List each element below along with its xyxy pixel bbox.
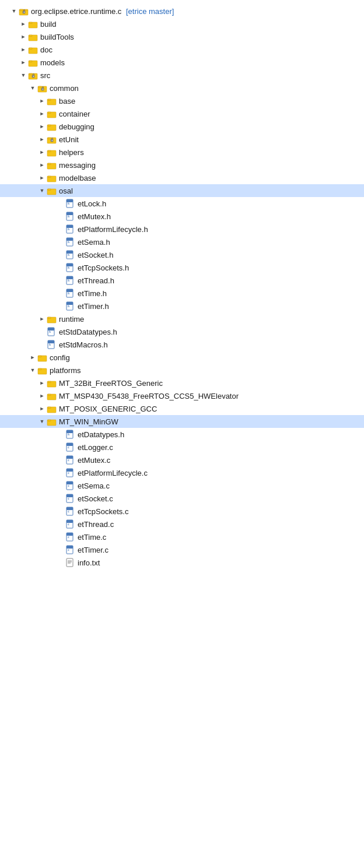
label-etstdmacros-h: etStdMacros.h bbox=[59, 340, 362, 349]
expand-modelbase[interactable]: ► bbox=[37, 173, 47, 182]
tree-item-mtmsp430[interactable]: ► MT_MSP430_F5438_FreeRTOS_CCS5_HWElevat… bbox=[0, 389, 364, 402]
expand-mtposix[interactable]: ► bbox=[37, 404, 47, 413]
expand-common[interactable]: ▼ bbox=[28, 83, 37, 93]
expand-mt32bit[interactable]: ► bbox=[37, 378, 47, 388]
tree-item-src[interactable]: ▼ src bbox=[0, 69, 364, 82]
file-c-icon-ettimer: c bbox=[65, 545, 76, 554]
expand-etunit[interactable]: ► bbox=[37, 135, 47, 144]
tree-item-etsocket-h[interactable]: h etSocket.h bbox=[0, 248, 364, 261]
tree-item-etunit[interactable]: ► etUnit bbox=[0, 133, 364, 146]
expand-mtwin[interactable]: ▼ bbox=[37, 417, 47, 426]
tree-item-config[interactable]: ► config bbox=[0, 351, 364, 364]
tree-item-etthread-c[interactable]: c etThread.c bbox=[0, 518, 364, 530]
expand-build[interactable]: ► bbox=[19, 19, 28, 29]
tree-item-doc[interactable]: ► doc bbox=[0, 43, 364, 56]
label-ettcpsockets-h: etTcpSockets.h bbox=[78, 263, 362, 272]
expand-messaging[interactable]: ► bbox=[37, 160, 47, 170]
tree-item-mtposix[interactable]: ► MT_POSIX_GENERIC_GCC bbox=[0, 402, 364, 415]
folder-icon-mtwin bbox=[47, 417, 57, 426]
expand-buildtools[interactable]: ► bbox=[19, 32, 28, 41]
tree-item-etsema-h[interactable]: h etSema.h bbox=[0, 236, 364, 248]
expand-mtmsp430[interactable]: ► bbox=[37, 391, 47, 400]
tree-item-buildtools[interactable]: ► buildTools bbox=[0, 30, 364, 43]
expand-config[interactable]: ► bbox=[28, 353, 37, 362]
label-mtmsp430: MT_MSP430_F5438_FreeRTOS_CCS5_HWElevator bbox=[59, 392, 362, 400]
label-runtime: runtime bbox=[59, 315, 362, 324]
tree-item-etsocket-c[interactable]: c etSocket.c bbox=[0, 492, 364, 505]
tree-item-etlogger-c[interactable]: c etLogger.c bbox=[0, 441, 364, 454]
tree-item-build[interactable]: ► build bbox=[0, 17, 364, 30]
tree-item-container[interactable]: ► container bbox=[0, 107, 364, 120]
tree-item-models[interactable]: ► models bbox=[0, 56, 364, 69]
tree-item-etdatatypes-h[interactable]: h etDatatypes.h bbox=[0, 428, 364, 441]
tree-item-ettimer-h[interactable]: h etTimer.h bbox=[0, 300, 364, 312]
folder-icon-container bbox=[47, 109, 57, 118]
folder-icon-modelbase bbox=[47, 173, 57, 182]
tree-item-mtwin[interactable]: ▼ MT_WIN_MinGW bbox=[0, 415, 364, 428]
tree-item-etlock-h[interactable]: h etLock.h bbox=[0, 197, 364, 210]
tree-item-etmutex-c[interactable]: c etMutex.c bbox=[0, 454, 364, 466]
file-h-icon-etsema: h bbox=[65, 237, 76, 247]
tree-item-etthread-h[interactable]: h etThread.h bbox=[0, 274, 364, 287]
expand-helpers[interactable]: ► bbox=[37, 147, 47, 157]
tree-item-etstdmacros-h[interactable]: h etStdMacros.h bbox=[0, 338, 364, 351]
svg-text:h: h bbox=[68, 279, 69, 282]
label-etsocket-h: etSocket.h bbox=[78, 251, 362, 259]
expand-root[interactable]: ▼ bbox=[9, 6, 19, 16]
tree-item-ettcpsockets-c[interactable]: c etTcpSockets.c bbox=[0, 505, 364, 518]
tree-item-ettimer-c[interactable]: c etTimer.c bbox=[0, 543, 364, 556]
svg-text:c: c bbox=[68, 509, 69, 513]
label-mt32bit: MT_32Bit_FreeRTOS_Generic bbox=[59, 379, 362, 388]
tree-item-mt32bit[interactable]: ► MT_32Bit_FreeRTOS_Generic bbox=[0, 377, 364, 389]
tree-item-debugging[interactable]: ► debugging bbox=[0, 120, 364, 133]
svg-rect-9 bbox=[29, 48, 32, 50]
folder-icon-messaging bbox=[47, 160, 57, 170]
tree-item-osal[interactable]: ▼ osal bbox=[0, 184, 364, 197]
folder-icon-mtposix bbox=[47, 404, 57, 413]
svg-rect-74 bbox=[38, 356, 41, 357]
tree-item-infotxt[interactable]: info.txt bbox=[0, 556, 364, 569]
expand-base[interactable]: ► bbox=[37, 96, 47, 106]
expand-osal[interactable]: ▼ bbox=[37, 186, 47, 195]
folder-icon-platforms bbox=[37, 366, 48, 375]
svg-text:h: h bbox=[68, 433, 69, 436]
tree-item-root[interactable]: ▼ org.eclipse.etrice.runtime.c [etrice m… bbox=[0, 5, 364, 17]
tree-item-etstddatatypes-h[interactable]: h etStdDatatypes.h bbox=[0, 325, 364, 338]
expand-models[interactable]: ► bbox=[19, 58, 28, 67]
expand-src[interactable]: ▼ bbox=[19, 71, 28, 80]
tree-item-common[interactable]: ▼ common bbox=[0, 82, 364, 94]
folder-icon-osal bbox=[47, 186, 57, 195]
tree-item-base[interactable]: ► base bbox=[0, 94, 364, 107]
svg-rect-27 bbox=[48, 138, 51, 139]
svg-rect-21 bbox=[48, 99, 51, 101]
svg-rect-7 bbox=[29, 35, 32, 37]
expand-debugging[interactable]: ► bbox=[37, 122, 47, 131]
tree-item-etmutex-h[interactable]: h etMutex.h bbox=[0, 210, 364, 223]
tree-item-helpers[interactable]: ► helpers bbox=[0, 146, 364, 159]
expand-platforms[interactable]: ▼ bbox=[28, 366, 37, 375]
tree-item-ettime-c[interactable]: c etTime.c bbox=[0, 530, 364, 543]
expand-runtime[interactable]: ► bbox=[37, 314, 47, 324]
tree-item-modelbase[interactable]: ► modelbase bbox=[0, 171, 364, 184]
file-h-icon-ettimer: h bbox=[65, 301, 76, 311]
label-ettime-h: etTime.h bbox=[78, 289, 362, 298]
file-h-icon-etstddatatypes: h bbox=[47, 327, 57, 336]
expand-container[interactable]: ► bbox=[37, 109, 47, 118]
tree-item-etplatformlifecycle-h[interactable]: h etPlatformLifecycle.h bbox=[0, 223, 364, 236]
label-etsema-h: etSema.h bbox=[78, 238, 362, 247]
expand-doc[interactable]: ► bbox=[19, 45, 28, 54]
tree-item-messaging[interactable]: ► messaging bbox=[0, 159, 364, 171]
tree-item-ettime-h[interactable]: h etTime.h bbox=[0, 287, 364, 300]
tree-item-etsema-c[interactable]: c etSema.c bbox=[0, 479, 364, 492]
tree-item-runtime[interactable]: ► runtime bbox=[0, 312, 364, 325]
svg-text:h: h bbox=[49, 343, 51, 346]
root-badge: [etrice master] bbox=[126, 7, 174, 16]
file-c-icon-etsema: c bbox=[65, 481, 76, 490]
label-helpers: helpers bbox=[59, 148, 362, 157]
svg-rect-66 bbox=[48, 317, 51, 319]
tree-item-platforms[interactable]: ▼ platforms bbox=[0, 364, 364, 377]
tree-item-ettcpsockets-h[interactable]: h etTcpSockets.h bbox=[0, 261, 364, 274]
tree-item-etplatformlifecycle-c[interactable]: c etPlatformLifecycle.c bbox=[0, 466, 364, 479]
label-modelbase: modelbase bbox=[59, 174, 362, 182]
label-messaging: messaging bbox=[59, 161, 362, 170]
